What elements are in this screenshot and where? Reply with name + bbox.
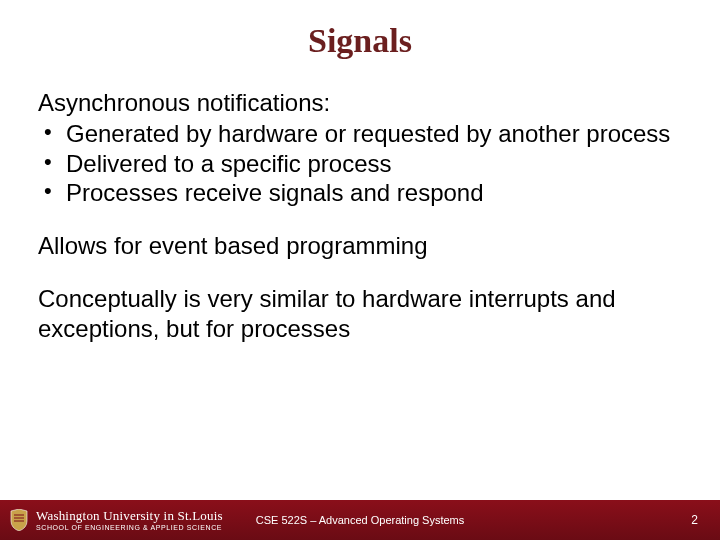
footer-logo-block: Washington University in St.Louis SCHOOL…: [0, 509, 223, 531]
lead-text: Asynchronous notifications:: [38, 88, 682, 117]
list-item: Generated by hardware or requested by an…: [38, 119, 682, 148]
slide-title: Signals: [0, 0, 720, 74]
slide-body: Asynchronous notifications: Generated by…: [0, 74, 720, 343]
paragraph: Conceptually is very similar to hardware…: [38, 284, 682, 343]
paragraph: Allows for event based programming: [38, 231, 682, 260]
university-block: Washington University in St.Louis SCHOOL…: [36, 509, 223, 531]
list-item: Delivered to a specific process: [38, 149, 682, 178]
shield-icon: [10, 509, 28, 531]
slide: Signals Asynchronous notifications: Gene…: [0, 0, 720, 540]
bullet-list: Generated by hardware or requested by an…: [38, 119, 682, 207]
list-item: Processes receive signals and respond: [38, 178, 682, 207]
footer-bar: Washington University in St.Louis SCHOOL…: [0, 500, 720, 540]
school-name: SCHOOL OF ENGINEERING & APPLIED SCIENCE: [36, 524, 223, 531]
university-name: Washington University in St.Louis: [36, 509, 223, 522]
page-number: 2: [691, 513, 720, 527]
